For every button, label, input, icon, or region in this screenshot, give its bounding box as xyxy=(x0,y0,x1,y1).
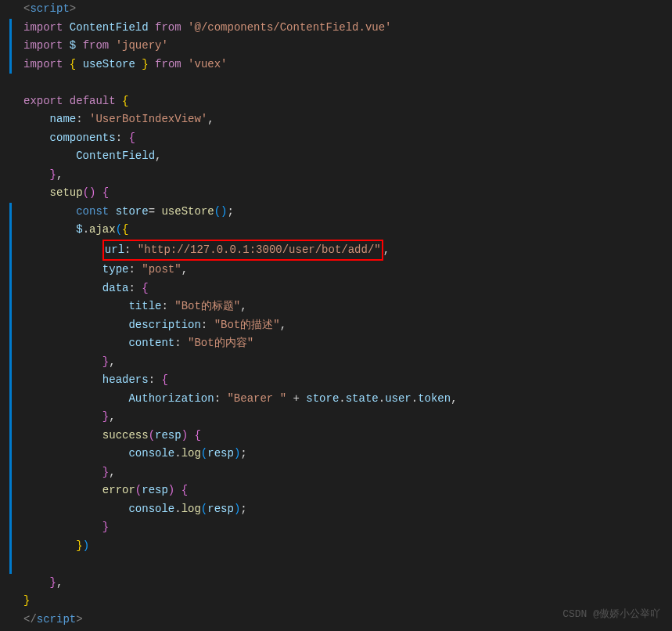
code-line: } xyxy=(8,518,672,537)
code-line: url: "http://127.0.0.1:3000/user/bot/add… xyxy=(8,240,672,261)
code-line: Authorization: "Bearer " + store.state.u… xyxy=(8,390,672,409)
code-line: title: "Bot的标题", xyxy=(8,297,672,316)
code-line: data: { xyxy=(8,279,672,298)
code-line: headers: { xyxy=(8,371,672,390)
code-line: components: { xyxy=(8,129,672,148)
code-editor[interactable]: <script> import ContentField from '@/com… xyxy=(0,0,672,629)
highlighted-url: url: "http://127.0.0.1:3000/user/bot/add… xyxy=(102,240,383,261)
code-line: import { useStore } from 'vuex' xyxy=(8,56,672,74)
code-line: description: "Bot的描述", xyxy=(8,316,672,335)
code-line: $.ajax({ xyxy=(8,221,672,240)
code-line: console.log(resp); xyxy=(8,500,672,519)
code-line: name: 'UserBotIndexView', xyxy=(8,110,672,129)
code-line: error(resp) { xyxy=(8,481,672,500)
code-line: content: "Bot的内容" xyxy=(8,334,672,353)
code-line: }, xyxy=(8,353,672,372)
code-line: export default { xyxy=(8,92,672,111)
code-line: }, xyxy=(8,166,672,185)
code-line: import ContentField from '@/components/C… xyxy=(8,19,672,38)
code-line: }, xyxy=(8,408,672,427)
code-line: success(resp) { xyxy=(8,427,672,445)
code-line: console.log(resp); xyxy=(8,445,672,463)
code-line: const store= useStore(); xyxy=(8,203,672,222)
code-line: type: "post", xyxy=(8,261,672,279)
code-line: ContentField, xyxy=(8,147,672,166)
watermark-text: CSDN @傲娇小公举吖 xyxy=(562,605,660,624)
code-line: }, xyxy=(8,574,672,593)
code-line xyxy=(8,555,672,574)
code-line: <script> xyxy=(8,0,672,19)
code-line: }) xyxy=(8,537,672,556)
code-line: import $ from 'jquery' xyxy=(8,37,672,56)
code-line xyxy=(8,74,672,92)
code-line: setup() { xyxy=(8,184,672,203)
code-line: }, xyxy=(8,463,672,482)
